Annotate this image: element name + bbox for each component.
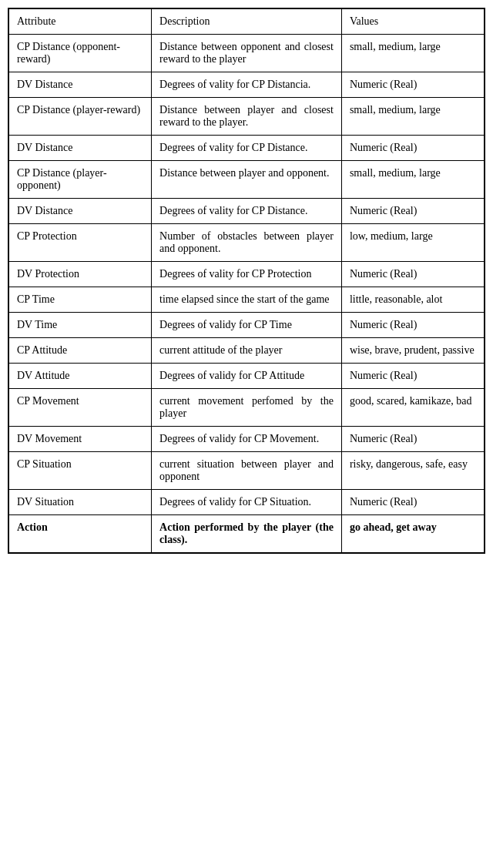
main-table-container: Attribute Description Values CP Distance… [8,8,485,554]
header-values: Values [341,9,484,35]
cell-attribute: Action [9,515,152,553]
cell-attribute: DV Situation [9,490,152,515]
table-row: CP Distance (opponent-reward)Distance be… [9,35,485,72]
cell-description: Degrees of validy for CP Situation. [152,490,342,515]
cell-values: little, reasonable, alot [341,287,484,313]
table-row: DV SituationDegrees of validy for CP Sit… [9,490,485,515]
cell-description: Degrees of vality for CP Distancia. [152,72,342,98]
cell-description: current attitude of the player [152,338,342,364]
cell-attribute: CP Movement [9,389,152,427]
cell-values: Numeric (Real) [341,364,484,389]
cell-values: Numeric (Real) [341,199,484,224]
table-row: CP Movementcurrent movement perfomed by … [9,389,485,427]
cell-description: Degrees of vality for CP Protection [152,262,342,287]
cell-values: Numeric (Real) [341,490,484,515]
cell-description: time elapsed since the start of the game [152,287,342,313]
cell-values: risky, dangerous, safe, easy [341,452,484,490]
cell-description: Number of obstacles between player and o… [152,224,342,262]
table-header-row: Attribute Description Values [9,9,485,35]
cell-values: Numeric (Real) [341,313,484,338]
cell-attribute: CP Attitude [9,338,152,364]
header-description: Description [152,9,342,35]
table-row: CP ProtectionNumber of obstacles between… [9,224,485,262]
cell-description: Degrees of vality for CP Distance. [152,199,342,224]
cell-values: Numeric (Real) [341,262,484,287]
cell-values: low, medium, large [341,224,484,262]
cell-attribute: DV Time [9,313,152,338]
table-row: DV DistanceDegrees of vality for CP Dist… [9,72,485,98]
cell-attribute: CP Distance (player-reward) [9,98,152,136]
attributes-table: Attribute Description Values CP Distance… [8,8,485,553]
table-row: DV DistanceDegrees of vality for CP Dist… [9,199,485,224]
cell-description: Degrees of validy for CP Attitude [152,364,342,389]
table-row: CP Situationcurrent situation between pl… [9,452,485,490]
cell-values: Numeric (Real) [341,72,484,98]
cell-values: good, scared, kamikaze, bad [341,389,484,427]
table-row: CP Distance (player-opponent)Distance be… [9,161,485,199]
cell-attribute: DV Distance [9,199,152,224]
table-row: DV TimeDegrees of validy for CP TimeNume… [9,313,485,338]
cell-attribute: CP Distance (opponent-reward) [9,35,152,72]
cell-attribute: CP Distance (player-opponent) [9,161,152,199]
table-row: CP Distance (player-reward)Distance betw… [9,98,485,136]
cell-values: go ahead, get away [341,515,484,553]
cell-description: Action performed by the player (the clas… [152,515,342,553]
cell-values: Numeric (Real) [341,427,484,452]
table-row: DV MovementDegrees of validy for CP Move… [9,427,485,452]
cell-description: Distance between player and opponent. [152,161,342,199]
cell-attribute: CP Situation [9,452,152,490]
cell-description: Distance between opponent and closest re… [152,35,342,72]
header-attribute: Attribute [9,9,152,35]
cell-attribute: DV Protection [9,262,152,287]
cell-values: Numeric (Real) [341,136,484,161]
cell-attribute: CP Protection [9,224,152,262]
table-row: DV ProtectionDegrees of vality for CP Pr… [9,262,485,287]
cell-attribute: DV Movement [9,427,152,452]
table-row: DV AttitudeDegrees of validy for CP Atti… [9,364,485,389]
cell-values: small, medium, large [341,35,484,72]
table-row: CP Attitudecurrent attitude of the playe… [9,338,485,364]
cell-attribute: DV Distance [9,136,152,161]
cell-values: small, medium, large [341,98,484,136]
cell-attribute: DV Distance [9,72,152,98]
cell-attribute: DV Attitude [9,364,152,389]
table-row: DV DistanceDegrees of vality for CP Dist… [9,136,485,161]
cell-description: Degrees of vality for CP Distance. [152,136,342,161]
cell-values: small, medium, large [341,161,484,199]
cell-description: Distance between player and closest rewa… [152,98,342,136]
cell-values: wise, brave, prudent, passive [341,338,484,364]
table-row: ActionAction performed by the player (th… [9,515,485,553]
cell-attribute: CP Time [9,287,152,313]
table-row: CP Timetime elapsed since the start of t… [9,287,485,313]
cell-description: current situation between player and opp… [152,452,342,490]
cell-description: Degrees of validy for CP Time [152,313,342,338]
cell-description: current movement perfomed by the player [152,389,342,427]
cell-description: Degrees of validy for CP Movement. [152,427,342,452]
